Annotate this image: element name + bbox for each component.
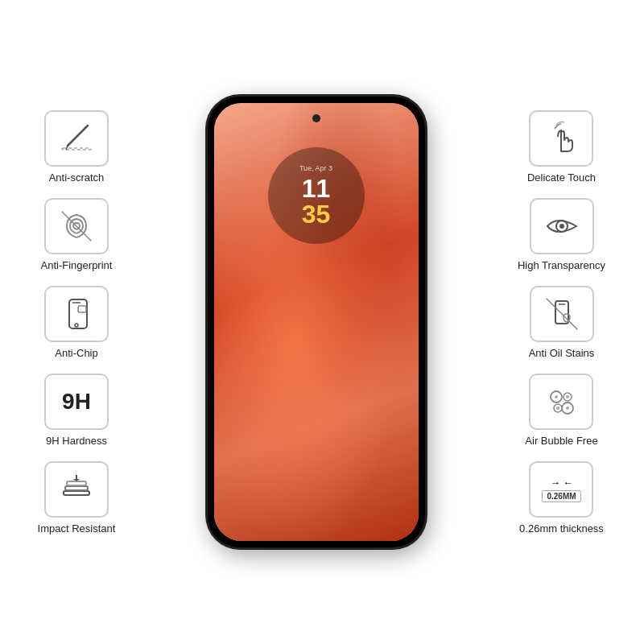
svg-rect-9 [64, 491, 89, 495]
left-features: Anti-scratch Anti-Fingerprint [8, 110, 145, 535]
svg-point-23 [555, 395, 558, 398]
svg-rect-10 [65, 486, 88, 490]
9h-hardness-label: 9H Hardness [46, 435, 107, 447]
svg-point-24 [566, 395, 569, 398]
clock-date: Tue, Apr 3 [299, 164, 332, 172]
anti-oil-stains-icon [541, 293, 583, 335]
arrow-right: ← [563, 477, 573, 489]
air-bubble-free-icon-box [529, 374, 593, 430]
anti-chip-label: Anti-Chip [55, 347, 97, 359]
anti-oil-stains-label: Anti Oil Stains [529, 347, 595, 359]
feature-anti-scratch: Anti-scratch [44, 110, 109, 184]
anti-fingerprint-label: Anti-Fingerprint [41, 259, 113, 271]
feature-impact-resistant: Impact Resistant [38, 461, 116, 535]
anti-scratch-icon [56, 118, 97, 159]
phone-screen: Tue, Apr 3 11 35 [214, 103, 419, 541]
feature-anti-fingerprint: Anti-Fingerprint [41, 198, 113, 271]
clock-hour: 11 [302, 175, 331, 201]
feature-9h-hardness: 9H 9H Hardness [44, 374, 109, 447]
anti-fingerprint-icon [56, 205, 97, 247]
delicate-touch-label: Delicate Touch [527, 171, 596, 184]
9h-label: 9H [62, 389, 91, 415]
delicate-touch-icon-box [529, 110, 593, 167]
thickness-inner: → ← 0.26MM [542, 477, 580, 502]
high-transparency-label: High Transparency [518, 259, 605, 271]
9h-hardness-icon-box: 9H [44, 374, 109, 430]
svg-line-1 [68, 126, 88, 146]
feature-thickness: → ← 0.26MM 0.26mm thickness [519, 461, 604, 535]
anti-chip-icon [56, 293, 97, 335]
svg-line-18 [547, 299, 577, 329]
clock-widget: Tue, Apr 3 11 35 [268, 147, 365, 244]
feature-high-transparency: High Transparency [518, 198, 605, 271]
clock-minute: 35 [302, 201, 331, 227]
anti-fingerprint-icon-box [44, 198, 109, 254]
svg-point-25 [556, 407, 559, 410]
svg-point-26 [566, 407, 569, 410]
anti-chip-icon-box [44, 286, 109, 342]
high-transparency-icon [541, 205, 583, 247]
thickness-label: 0.26mm thickness [519, 522, 604, 535]
feature-air-bubble-free: Air Bubble Free [525, 374, 597, 447]
svg-rect-11 [67, 481, 86, 485]
anti-scratch-icon-box [44, 110, 109, 167]
svg-point-7 [75, 324, 78, 327]
thickness-icon-box: → ← 0.26MM [529, 461, 593, 518]
phone-mockup: Tue, Apr 3 11 35 [208, 97, 425, 547]
feature-anti-oil-stains: Anti Oil Stains [529, 286, 595, 359]
arrow-left: → [550, 477, 560, 489]
impact-resistant-icon [56, 469, 97, 510]
thickness-value: 0.26MM [542, 490, 580, 502]
camera-dot [312, 114, 320, 122]
delicate-touch-icon [540, 118, 582, 159]
anti-oil-stains-icon-box [530, 286, 594, 342]
feature-delicate-touch: Delicate Touch [527, 110, 596, 184]
right-features: Delicate Touch High Transparency [487, 110, 636, 535]
high-transparency-icon-box [530, 198, 594, 254]
product-page: Anti-scratch Anti-Fingerprint [0, 0, 644, 644]
air-bubble-free-label: Air Bubble Free [525, 435, 597, 447]
impact-resistant-label: Impact Resistant [38, 522, 116, 535]
svg-rect-8 [78, 306, 86, 312]
feature-anti-chip: Anti-Chip [44, 286, 109, 359]
air-bubble-free-icon [540, 381, 582, 423]
thickness-arrows: → ← [550, 477, 573, 489]
impact-resistant-icon-box [44, 461, 109, 518]
phone-display: Tue, Apr 3 11 35 [145, 97, 487, 547]
anti-scratch-label: Anti-scratch [49, 171, 105, 184]
svg-point-15 [559, 224, 564, 229]
